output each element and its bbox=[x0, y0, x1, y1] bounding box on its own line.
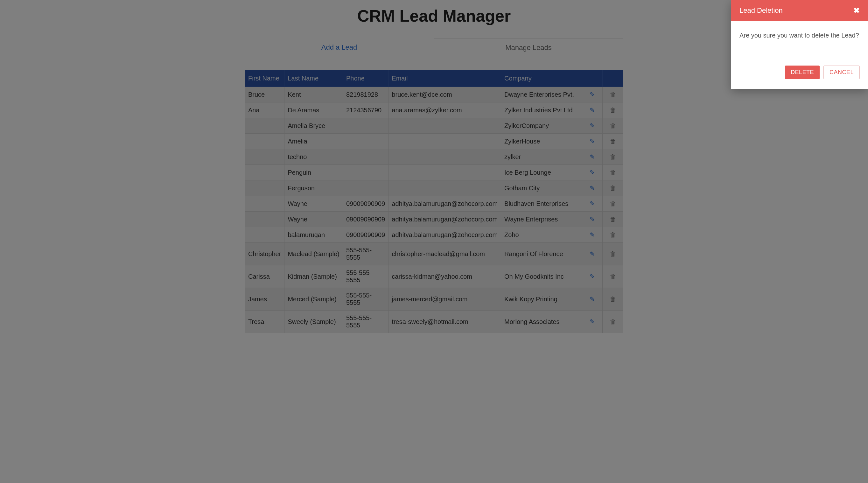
dialog-message: Are you sure you want to delete the Lead… bbox=[740, 31, 860, 40]
dialog-title: Lead Deletion bbox=[740, 6, 783, 14]
cancel-button[interactable]: CANCEL bbox=[824, 65, 860, 79]
lead-deletion-dialog: Lead Deletion ✖ Are you sure you want to… bbox=[731, 0, 868, 89]
delete-button[interactable]: DELETE bbox=[785, 65, 819, 79]
close-icon[interactable]: ✖ bbox=[854, 7, 860, 14]
